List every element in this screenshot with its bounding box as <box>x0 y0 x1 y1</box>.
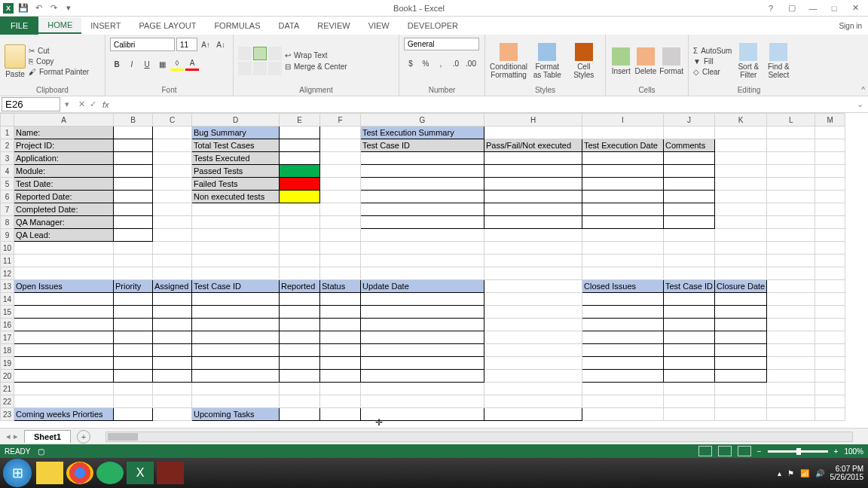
col-header[interactable]: A <box>14 114 114 127</box>
fill-color-button[interactable]: ◊ <box>170 57 184 71</box>
col-header[interactable]: C <box>153 114 192 127</box>
col-header[interactable]: B <box>114 114 153 127</box>
clear-button[interactable]: ◇Clear <box>693 68 732 76</box>
zoom-in-button[interactable]: + <box>834 447 839 456</box>
currency-button[interactable]: $ <box>404 56 417 70</box>
enter-formula-icon[interactable]: ✓ <box>90 99 96 109</box>
zoom-level[interactable]: 100% <box>844 447 863 456</box>
select-all-corner[interactable] <box>1 114 14 127</box>
chrome-icon[interactable] <box>66 462 93 484</box>
bold-button[interactable]: B <box>110 57 124 71</box>
align-top-button[interactable] <box>238 47 252 60</box>
ribbon-options-icon[interactable]: ▢ <box>785 3 799 14</box>
help-icon[interactable]: ? <box>764 3 778 14</box>
number-format-select[interactable] <box>404 38 479 50</box>
excel-taskbar-icon[interactable]: X <box>127 462 154 484</box>
border-button[interactable]: ▦ <box>155 57 169 71</box>
wrap-text-button[interactable]: ↩Wrap Text <box>285 51 347 59</box>
app2-icon[interactable] <box>157 462 184 484</box>
save-icon[interactable]: 💾 <box>18 3 29 14</box>
explorer-icon[interactable] <box>36 462 63 484</box>
spreadsheet-grid[interactable]: A B C D E F G H I J K L M 1Name:Bug Summ… <box>0 113 868 428</box>
align-middle-button[interactable] <box>253 47 267 60</box>
italic-button[interactable]: I <box>125 57 139 71</box>
align-left-button[interactable] <box>238 62 252 75</box>
view-normal-button[interactable] <box>698 446 712 456</box>
tab-view[interactable]: VIEW <box>359 18 399 33</box>
insert-cells-button[interactable]: Insert <box>610 47 631 75</box>
tab-insert[interactable]: INSERT <box>81 18 130 33</box>
tray-up-icon[interactable]: ▴ <box>778 469 781 477</box>
tray-flag-icon[interactable]: ⚑ <box>787 469 794 477</box>
find-select-button[interactable]: Find & Select <box>765 43 792 79</box>
tab-formulas[interactable]: FORMULAS <box>205 18 269 33</box>
app-icon[interactable] <box>96 462 124 484</box>
percent-button[interactable]: % <box>419 56 432 70</box>
tab-data[interactable]: DATA <box>270 18 309 33</box>
font-color-button[interactable]: A <box>185 57 199 71</box>
font-size-select[interactable] <box>176 38 197 51</box>
tab-home[interactable]: HOME <box>38 17 81 34</box>
col-header[interactable]: F <box>320 114 361 127</box>
fx-icon[interactable]: fx <box>102 100 112 109</box>
fill-button[interactable]: ▼Fill <box>693 57 732 66</box>
col-header[interactable]: K <box>715 114 767 127</box>
maximize-button[interactable]: □ <box>827 3 841 14</box>
zoom-slider[interactable] <box>768 450 828 453</box>
sort-filter-button[interactable]: Sort & Filter <box>735 43 762 79</box>
formula-input[interactable] <box>112 98 852 111</box>
col-header[interactable]: G <box>361 114 484 127</box>
start-button[interactable]: ⊞ <box>3 459 32 487</box>
font-name-select[interactable] <box>110 38 175 51</box>
increase-decimal-button[interactable]: .0 <box>449 56 463 70</box>
decrease-decimal-button[interactable]: .00 <box>464 56 478 70</box>
cancel-formula-icon[interactable]: ✕ <box>78 99 85 109</box>
tab-developer[interactable]: DEVELOPER <box>399 18 467 33</box>
close-button[interactable]: ✕ <box>848 3 862 14</box>
col-header[interactable]: M <box>815 114 845 127</box>
zoom-out-button[interactable]: − <box>757 447 762 456</box>
collapse-ribbon-icon[interactable]: ^ <box>861 86 865 94</box>
expand-formula-icon[interactable]: ⌄ <box>852 99 868 109</box>
delete-cells-button[interactable]: Delete <box>634 47 656 75</box>
view-pagebreak-button[interactable] <box>738 446 751 456</box>
cell-styles-button[interactable]: Cell Styles <box>567 43 601 79</box>
add-sheet-button[interactable]: + <box>77 430 90 444</box>
align-right-button[interactable] <box>268 62 282 75</box>
undo-icon[interactable]: ↶ <box>33 3 44 14</box>
redo-icon[interactable]: ↷ <box>48 3 59 14</box>
merge-center-button[interactable]: ⊟Merge & Center <box>285 63 347 71</box>
tab-file[interactable]: FILE <box>0 17 38 35</box>
prev-sheet-icon[interactable]: ◂ <box>6 432 11 441</box>
macro-record-icon[interactable]: ▢ <box>38 447 44 456</box>
col-header[interactable]: I <box>582 114 664 127</box>
autosum-button[interactable]: ΣAutoSum <box>693 47 732 55</box>
cut-button[interactable]: ✂Cut <box>29 47 89 55</box>
sheet-tab[interactable]: Sheet1 <box>24 430 71 443</box>
format-cells-button[interactable]: Format <box>659 47 683 75</box>
tray-network-icon[interactable]: 📶 <box>800 469 809 477</box>
col-header[interactable]: E <box>280 114 320 127</box>
comma-button[interactable]: , <box>434 56 448 70</box>
tray-volume-icon[interactable]: 🔊 <box>815 469 824 477</box>
minimize-button[interactable]: — <box>806 3 820 14</box>
tab-review[interactable]: REVIEW <box>308 18 359 33</box>
col-header[interactable]: J <box>664 114 715 127</box>
decrease-font-icon[interactable]: A↓ <box>214 38 228 51</box>
view-layout-button[interactable] <box>718 446 732 456</box>
paste-button[interactable]: Paste <box>5 44 26 78</box>
horizontal-scrollbar[interactable] <box>105 432 853 442</box>
col-header[interactable]: L <box>767 114 815 127</box>
sign-in-link[interactable]: Sign in <box>839 22 868 30</box>
format-as-table-button[interactable]: Format as Table <box>530 43 564 79</box>
tab-page-layout[interactable]: PAGE LAYOUT <box>130 18 205 33</box>
name-box[interactable] <box>2 97 60 111</box>
align-bottom-button[interactable] <box>268 47 282 60</box>
col-header[interactable]: H <box>484 114 582 127</box>
format-painter-button[interactable]: 🖌Format Painter <box>29 68 89 76</box>
col-header[interactable]: D <box>192 114 280 127</box>
conditional-formatting-button[interactable]: Conditional Formatting <box>490 43 527 79</box>
underline-button[interactable]: U <box>140 57 154 71</box>
increase-font-icon[interactable]: A↑ <box>199 38 212 51</box>
align-center-button[interactable] <box>253 62 267 75</box>
